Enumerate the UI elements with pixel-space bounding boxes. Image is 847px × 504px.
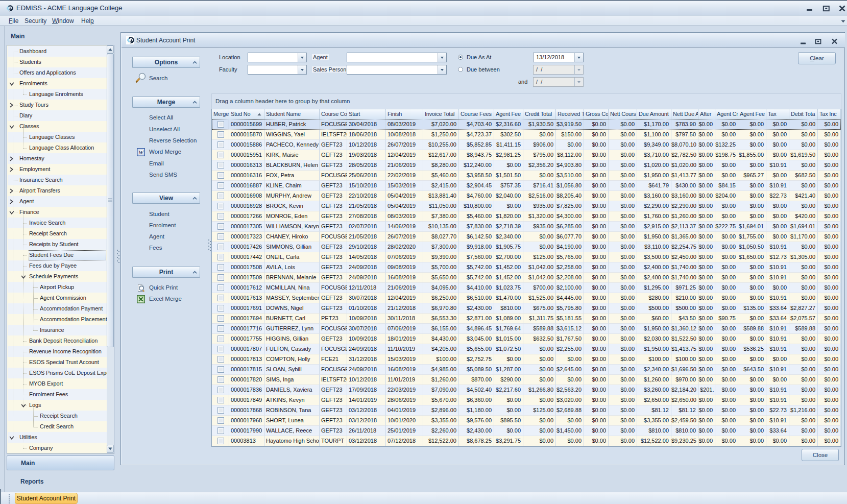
svg-text:W: W <box>138 149 144 155</box>
